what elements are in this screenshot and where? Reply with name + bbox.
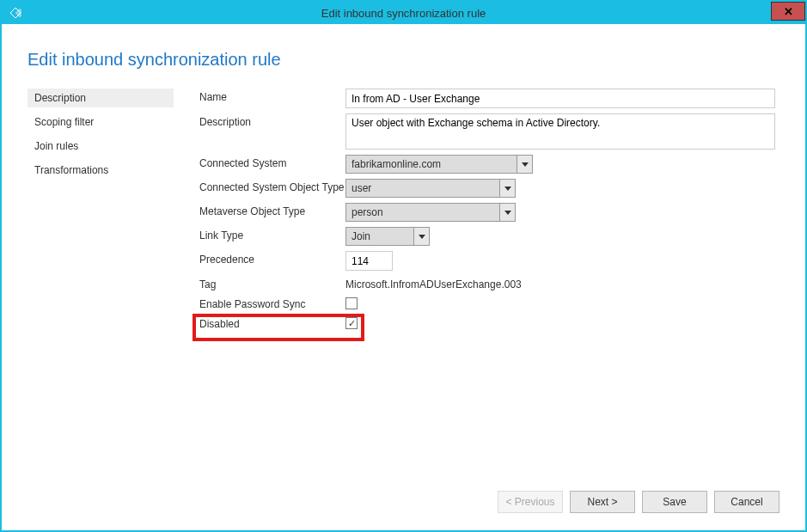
chevron-down-icon: [414, 227, 430, 246]
cancel-button[interactable]: Cancel: [714, 491, 779, 513]
precedence-label: Precedence: [199, 251, 345, 266]
enable-pwd-sync-checkbox[interactable]: [345, 297, 358, 309]
name-input[interactable]: [345, 89, 775, 108]
next-button[interactable]: Next >: [570, 491, 635, 513]
sidebar: Description Scoping filter Join rules Tr…: [28, 89, 174, 479]
link-type-value: Join: [345, 227, 414, 246]
sidebar-item-label: Transformations: [34, 164, 108, 176]
content-area: Edit inbound synchronization rule Descri…: [2, 24, 805, 530]
close-button[interactable]: ✕: [771, 2, 805, 21]
tag-label: Tag: [199, 276, 345, 290]
sidebar-item-join-rules[interactable]: Join rules: [28, 137, 174, 156]
cs-object-type-value: user: [345, 179, 500, 198]
sidebar-item-scoping-filter[interactable]: Scoping filter: [28, 113, 174, 131]
disabled-label: Disabled: [199, 315, 345, 330]
sidebar-item-label: Join rules: [34, 140, 78, 152]
previous-button[interactable]: < Previous: [498, 491, 563, 513]
titlebar: Edit inbound synchronization rule ✕: [2, 2, 805, 24]
close-icon: ✕: [784, 5, 793, 18]
description-label: Description: [199, 113, 345, 128]
chevron-down-icon: [517, 155, 533, 174]
check-icon: ✓: [348, 319, 356, 328]
app-icon: [7, 4, 24, 21]
connected-system-dropdown[interactable]: fabrikamonline.com: [345, 155, 533, 174]
mv-object-type-value: person: [345, 203, 500, 222]
cs-object-type-dropdown[interactable]: user: [345, 179, 516, 198]
window-frame: Edit inbound synchronization rule ✕ Edit…: [0, 0, 807, 532]
save-button[interactable]: Save: [642, 491, 707, 513]
svg-marker-4: [504, 187, 511, 191]
sidebar-item-transformations[interactable]: Transformations: [28, 161, 174, 180]
disabled-checkbox[interactable]: ✓: [345, 317, 358, 329]
footer-buttons: < Previous Next > Save Cancel: [28, 479, 779, 513]
cs-object-type-label: Connected System Object Type: [199, 179, 345, 193]
link-type-label: Link Type: [199, 227, 345, 242]
sidebar-item-label: Scoping filter: [34, 116, 94, 128]
connected-system-label: Connected System: [199, 155, 345, 169]
tag-value: Microsoft.InfromADUserExchange.003: [345, 276, 522, 290]
sidebar-item-label: Description: [34, 92, 86, 104]
description-input[interactable]: User object with Exchange schema in Acti…: [345, 113, 775, 150]
name-label: Name: [199, 89, 345, 103]
connected-system-value: fabrikamonline.com: [345, 155, 517, 174]
form-area: Name Description User object with Exchan…: [199, 89, 779, 479]
precedence-input[interactable]: [345, 251, 393, 271]
enable-pwd-sync-label: Enable Password Sync: [199, 296, 345, 310]
chevron-down-icon: [500, 179, 516, 198]
sidebar-item-description[interactable]: Description: [28, 89, 174, 107]
chevron-down-icon: [500, 203, 516, 222]
mv-object-type-label: Metaverse Object Type: [199, 203, 345, 217]
link-type-dropdown[interactable]: Join: [345, 227, 430, 246]
svg-marker-6: [419, 235, 425, 239]
svg-marker-3: [522, 162, 529, 167]
svg-marker-5: [504, 211, 511, 215]
page-title: Edit inbound synchronization rule: [28, 50, 779, 70]
window-title: Edit inbound synchronization rule: [2, 7, 805, 20]
mv-object-type-dropdown[interactable]: person: [345, 203, 516, 222]
